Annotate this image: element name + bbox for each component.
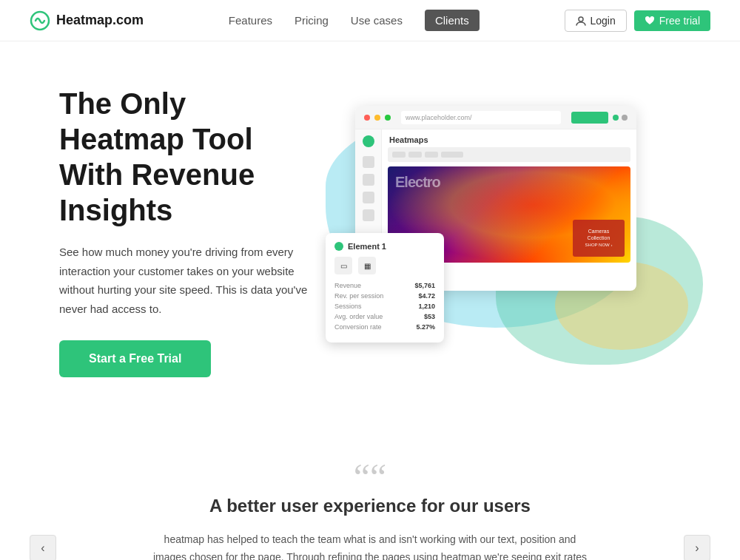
- testimonial-content: ““ A better user experience for our user…: [148, 466, 592, 560]
- testimonials-section: ‹ ““ A better user experience for our us…: [0, 422, 740, 560]
- heart-icon: [645, 16, 655, 26]
- popup-stat-conversion: Conversion rate 5.27%: [334, 323, 435, 331]
- url-bar: www.placeholder.com/: [401, 111, 561, 124]
- toolbar-item-1: [392, 152, 406, 158]
- logo-icon: [30, 10, 50, 31]
- toolbar-item-4: [441, 152, 463, 158]
- nav-dot-1: [613, 115, 619, 121]
- testimonial-title: A better user experience for our users: [148, 496, 592, 516]
- mockup-header: www.placeholder.com/: [355, 106, 636, 129]
- mockup-toolbar: [388, 147, 630, 162]
- sidebar-item-1: [363, 156, 374, 168]
- nav-features[interactable]: Features: [229, 14, 272, 27]
- svg-point-1: [579, 17, 583, 21]
- navbar: Heatmap.com Features Pricing Use cases C…: [0, 0, 740, 41]
- popup-stat-revenue: Revenue $5,761: [334, 282, 435, 289]
- mockup-dots: [613, 115, 628, 121]
- sidebar-item-3: [363, 192, 374, 203]
- nav-links: Features Pricing Use cases Clients: [229, 10, 480, 31]
- login-icon: [576, 16, 586, 26]
- logo[interactable]: Heatmap.com: [30, 10, 144, 31]
- login-button[interactable]: Login: [565, 10, 627, 32]
- sidebar-item-2: [363, 174, 374, 186]
- hero-section: The Only Heatmap Tool With Revenue Insig…: [0, 41, 740, 422]
- testimonial-text: heatmap has helped to teach the team wha…: [148, 531, 592, 560]
- hero-description: See how much money you're driving from e…: [59, 243, 311, 318]
- hero-title: The Only Heatmap Tool With Revenue Insig…: [59, 86, 311, 228]
- dot-yellow: [374, 115, 380, 121]
- popup-icons: ▭ ▦: [334, 257, 435, 274]
- hero-text-block: The Only Heatmap Tool With Revenue Insig…: [59, 86, 311, 377]
- dot-green: [385, 115, 391, 121]
- testimonial-prev-button[interactable]: ‹: [30, 535, 56, 560]
- popup-icon-rect[interactable]: ▭: [334, 257, 352, 274]
- free-trial-button[interactable]: Free trial: [634, 10, 710, 31]
- dot-red: [364, 115, 370, 121]
- hero-visual: www.placeholder.com/ Heatmaps: [311, 106, 696, 357]
- heatmap-product-card: CamerasCollectionSHOP NOW ›: [573, 220, 625, 257]
- sidebar-logo: [363, 135, 374, 147]
- toolbar-item-2: [408, 152, 422, 158]
- sidebar-item-4: [363, 209, 374, 221]
- nav-use-cases[interactable]: Use cases: [351, 14, 403, 27]
- mockup-action-btn: [571, 112, 608, 124]
- testimonial-next-button[interactable]: ›: [684, 535, 710, 560]
- element-popup: Element 1 ▭ ▦ Revenue $5,761 Rev. per se…: [326, 233, 444, 343]
- cta-button[interactable]: Start a Free Trial: [59, 340, 211, 377]
- heatmap-product-label: Electro: [395, 174, 440, 191]
- quote-mark: ““: [354, 466, 386, 488]
- popup-header: Element 1: [334, 242, 435, 251]
- popup-indicator: [334, 242, 343, 251]
- nav-dot-2: [622, 115, 628, 121]
- popup-stat-rev-per-session: Rev. per session $4.72: [334, 292, 435, 300]
- nav-actions: Login Free trial: [565, 10, 711, 32]
- popup-icon-chart[interactable]: ▦: [358, 257, 376, 274]
- product-card-text: CamerasCollectionSHOP NOW ›: [585, 228, 613, 249]
- toolbar-item-3: [425, 152, 438, 158]
- popup-stat-avg-order: Avg. order value $53: [334, 313, 435, 320]
- popup-stat-sessions: Sessions 1,210: [334, 303, 435, 310]
- nav-clients[interactable]: Clients: [425, 10, 480, 31]
- nav-pricing[interactable]: Pricing: [295, 14, 329, 27]
